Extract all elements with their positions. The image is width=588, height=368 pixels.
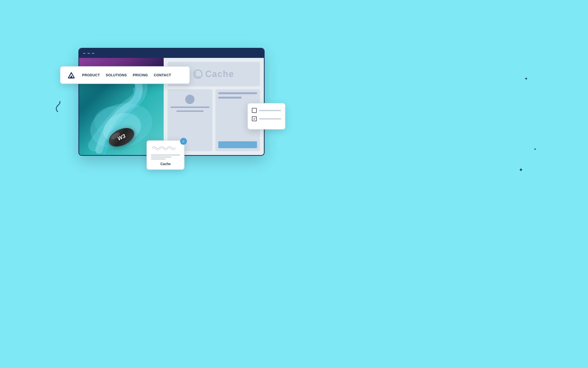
cache-checkmark-icon: ✓ (180, 138, 187, 145)
cache-card-lines (151, 155, 180, 159)
nav-link-contact[interactable]: CONTACT (154, 73, 171, 77)
deco-star-1: ✦ (524, 76, 528, 81)
check-line-2 (259, 118, 281, 119)
deco-star-3: ✦ (519, 167, 523, 173)
cache-circle-icon (193, 69, 203, 79)
cache-line-3 (151, 158, 166, 159)
nav-link-product[interactable]: PRODUCT (82, 73, 100, 77)
nav-link-pricing[interactable]: PRICING (133, 73, 148, 77)
card-line-2 (176, 110, 204, 112)
browser-window: W3 Cache (78, 48, 265, 156)
cache-card-popup: ✓ Cache (147, 140, 184, 170)
nav-logo (67, 71, 75, 79)
cache-card-icon (151, 144, 180, 152)
card-circle (185, 95, 195, 104)
svg-marker-4 (70, 75, 73, 78)
card-line-1 (171, 106, 209, 108)
nav-links: PRODUCT SOLUTIONS PRICING CONTACT (82, 73, 171, 77)
checklist-item-1 (252, 108, 281, 113)
check-line-1 (259, 110, 281, 111)
cache-card-label: Cache (151, 162, 180, 166)
cache-banner-text: Cache (205, 69, 234, 79)
card-bar-blue (218, 141, 257, 148)
browser-dot-2 (87, 53, 90, 54)
nav-popup: PRODUCT SOLUTIONS PRICING CONTACT (60, 66, 190, 84)
checklist-popup (247, 103, 285, 130)
card-bar-2 (218, 97, 242, 99)
deco-squiggle (52, 99, 69, 117)
card-bar-1 (218, 92, 257, 94)
browser-dot-1 (83, 53, 86, 54)
checkbox-1[interactable] (252, 108, 257, 113)
nav-link-solutions[interactable]: SOLUTIONS (106, 73, 127, 77)
browser-dot-3 (92, 53, 94, 54)
browser-titlebar (79, 49, 264, 58)
logo-icon (67, 71, 75, 79)
deco-star-2: ✦ (534, 147, 537, 151)
cache-line-2 (151, 157, 171, 158)
checkbox-2[interactable] (252, 116, 257, 121)
cache-line-1 (151, 155, 180, 156)
checklist-item-2 (252, 116, 281, 121)
